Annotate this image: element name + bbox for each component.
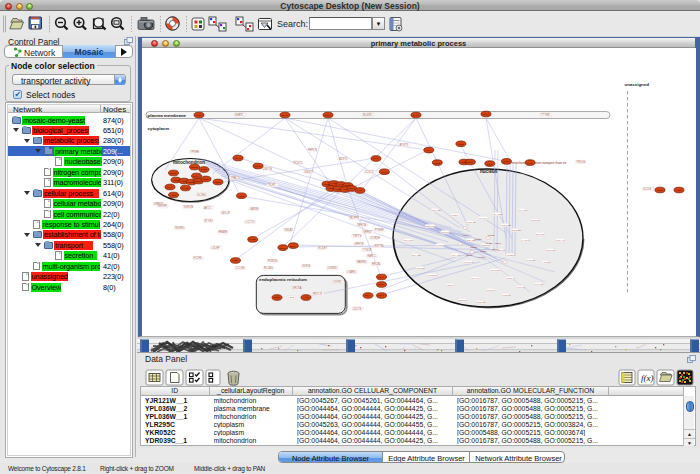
svg-text:GRRGT: GRRGT (363, 230, 373, 234)
svg-text:GCLLE: GCLLE (643, 187, 652, 191)
svg-text:DNYYG: DNYYG (263, 167, 272, 171)
svg-text:RNND: RNND (323, 183, 330, 185)
svg-text:TPTND: TPTND (417, 267, 426, 270)
svg-text:DCLNL: DCLNL (459, 299, 468, 302)
svg-text:ETAA: ETAA (193, 175, 199, 177)
svg-text:AYTS: AYTS (337, 183, 343, 185)
svg-text:PCYT: PCYT (378, 294, 385, 296)
svg-text:RLYY: RLYY (166, 186, 172, 188)
svg-text:YPACG: YPACG (231, 176, 240, 180)
svg-text:ASRE: ASRE (457, 143, 464, 145)
svg-text:DACCL: DACCL (494, 213, 503, 216)
svg-text:LACPS: LACPS (522, 239, 531, 242)
svg-text:LANSE: LANSE (250, 207, 259, 211)
svg-text:ANRL: ANRL (195, 114, 202, 116)
svg-text:YPSRR: YPSRR (190, 150, 199, 154)
svg-text:ALPA: ALPA (425, 149, 431, 151)
svg-text:PYEEE: PYEEE (375, 228, 384, 232)
svg-text:ENLA: ENLA (290, 245, 296, 247)
svg-text:PDNDN: PDNDN (268, 259, 277, 263)
svg-text:LALD: LALD (356, 189, 362, 191)
svg-text:STYTR: STYTR (535, 283, 543, 286)
svg-text:GGCRC: GGCRC (464, 261, 474, 264)
svg-text:ERNGD: ERNGD (512, 229, 521, 232)
svg-text:NLEES: NLEES (507, 254, 516, 257)
svg-text:SCASY: SCASY (471, 277, 480, 280)
svg-text:YNPTG: YNPTG (353, 234, 362, 238)
svg-text:LTGRT: LTGRT (437, 244, 445, 247)
svg-text:LYSN: LYSN (232, 259, 238, 261)
svg-text:NSGRD: NSGRD (175, 226, 184, 230)
svg-text:DSYGD: DSYGD (412, 254, 421, 257)
svg-text:mitochondrion: mitochondrion (173, 160, 205, 165)
svg-text:CAYC: CAYC (412, 114, 419, 116)
svg-text:RLCAG: RLCAG (264, 266, 273, 270)
svg-text:RCDYC: RCDYC (293, 161, 302, 165)
svg-text:cytoplasm: cytoplasm (148, 126, 170, 131)
svg-text:CANY: CANY (527, 162, 534, 164)
svg-text:DCRDR: DCRDR (371, 236, 380, 240)
svg-text:NSASN: NSASN (432, 209, 441, 212)
svg-text:ETYRY: ETYRY (204, 219, 213, 223)
svg-text:CGLGD: CGLGD (502, 224, 511, 227)
svg-text:RPPN: RPPN (202, 178, 209, 180)
svg-text:EDTG: EDTG (195, 180, 202, 182)
svg-text:SGRTL: SGRTL (235, 113, 244, 117)
svg-text:SGRGN: SGRGN (184, 205, 194, 209)
svg-text:PLPR: PLPR (486, 163, 492, 165)
svg-text:RSAG: RSAG (234, 157, 241, 159)
svg-text:GNNT: GNNT (503, 160, 510, 162)
svg-text:YRDGG: YRDGG (576, 160, 586, 164)
svg-text:LSARG: LSARG (347, 270, 356, 274)
svg-text:CYSS: CYSS (200, 168, 207, 170)
svg-text:GPLCY: GPLCY (517, 286, 526, 289)
svg-text:REGE: REGE (273, 296, 280, 298)
svg-text:EPRSL: EPRSL (532, 219, 541, 222)
svg-text:AECC: AECC (238, 195, 245, 197)
svg-text:CLSCD: CLSCD (365, 170, 374, 174)
svg-text:NEETA: NEETA (358, 223, 367, 227)
svg-text:LCCYD: LCCYD (246, 220, 255, 224)
svg-text:ATSRR: ATSRR (542, 261, 550, 264)
svg-text:LLRN: LLRN (467, 161, 473, 163)
svg-text:RRCAL: RRCAL (372, 262, 381, 266)
svg-text:NYLPT: NYLPT (519, 209, 528, 212)
svg-text:DTAD: DTAD (372, 157, 378, 159)
svg-text:CYPTY: CYPTY (479, 217, 488, 220)
svg-text:DDSN: DDSN (191, 166, 198, 168)
svg-text:YPNY: YPNY (462, 234, 469, 237)
svg-text:EARCL: EARCL (368, 254, 377, 258)
svg-text:PCEPA: PCEPA (451, 214, 460, 217)
svg-text:GSCE: GSCE (188, 181, 195, 183)
svg-text:RCPPR: RCPPR (350, 216, 359, 220)
svg-text:ECDRL: ECDRL (194, 256, 203, 260)
svg-text:RNYLN: RNYLN (313, 292, 322, 296)
svg-text:PCLSS: PCLSS (527, 259, 536, 262)
svg-text:DELCP: DELCP (221, 211, 230, 215)
svg-text:YTGCR: YTGCR (363, 248, 372, 252)
svg-text:RANRG: RANRG (357, 260, 366, 264)
svg-text:CPNCY: CPNCY (487, 289, 496, 292)
svg-text:PYDN: PYDN (330, 182, 337, 184)
svg-text:TNGE: TNGE (470, 246, 477, 249)
svg-text:GLELE: GLELE (302, 264, 311, 268)
svg-text:CGYEC: CGYEC (333, 280, 342, 284)
svg-text:f(x): f(x) (641, 373, 654, 383)
svg-text:TDTE: TDTE (480, 250, 487, 253)
svg-text:REANE: REANE (218, 230, 227, 234)
svg-text:ADSYL: ADSYL (339, 157, 348, 161)
svg-text:GRLNA: GRLNA (293, 286, 302, 290)
svg-text:GNYAR: GNYAR (556, 239, 565, 242)
svg-text:NRLP: NRLP (324, 114, 331, 116)
svg-text:SCAE: SCAE (254, 165, 261, 167)
svg-text:ECYEC: ECYEC (536, 233, 545, 236)
svg-text:TTYNN: TTYNN (541, 113, 550, 117)
svg-text:RSRYD: RSRYD (467, 221, 476, 224)
svg-text:APLE: APLE (180, 180, 186, 182)
svg-text:CLCGE: CLCGE (236, 266, 245, 270)
svg-text:GNGTT: GNGTT (304, 170, 313, 174)
svg-text:LESLP: LESLP (447, 284, 455, 287)
svg-text:TRAT: TRAT (378, 276, 384, 278)
svg-text:ERNTS: ERNTS (477, 301, 486, 304)
svg-text:CCEP: CCEP (475, 238, 482, 241)
